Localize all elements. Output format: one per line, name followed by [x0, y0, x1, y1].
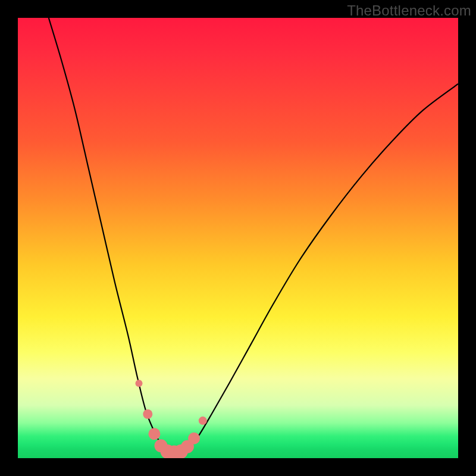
curve-marker: [174, 444, 188, 458]
curve-markers: [136, 380, 207, 458]
curve-svg: [18, 18, 458, 458]
curve-marker: [148, 428, 160, 440]
curve-marker: [199, 416, 207, 425]
curve-marker: [155, 439, 168, 452]
curve-marker: [181, 440, 194, 453]
watermark-text: TheBottleneck.com: [347, 2, 471, 19]
curve-marker: [143, 409, 152, 419]
curve-marker: [136, 380, 143, 387]
bottleneck-curve-path: [49, 18, 458, 453]
curve-marker: [167, 445, 181, 458]
curve-marker: [188, 433, 200, 444]
plot-area: [18, 18, 458, 458]
bottleneck-curve: [49, 18, 458, 453]
curve-marker: [161, 444, 175, 458]
chart-frame: TheBottleneck.com: [0, 0, 476, 476]
